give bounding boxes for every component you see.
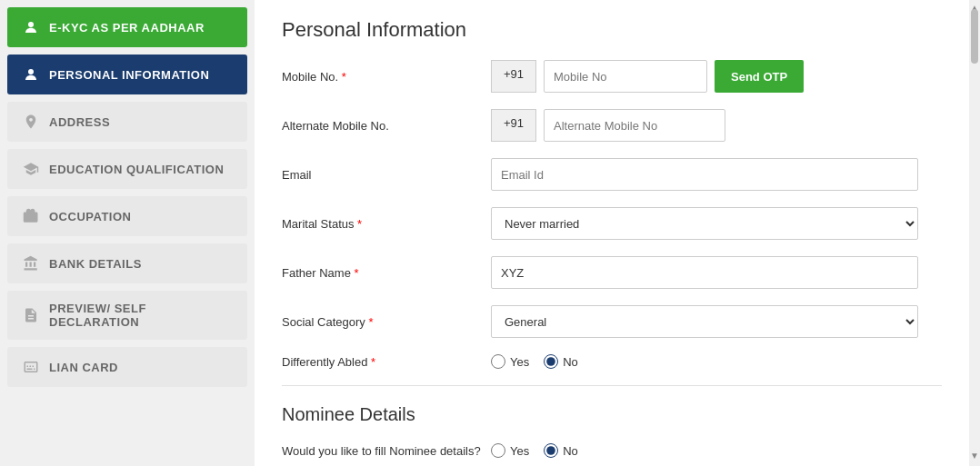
nominee-no-radio[interactable]: [544, 443, 558, 458]
sidebar-item-address[interactable]: Address: [7, 102, 247, 142]
mobile-prefix: +91: [491, 60, 536, 93]
preview-icon: [22, 306, 40, 324]
personal-icon: [22, 65, 40, 84]
occupation-icon: [22, 207, 40, 225]
page-title: Personal Information: [282, 18, 942, 42]
scroll-thumb[interactable]: [971, 9, 978, 64]
father-label: Father Name *: [282, 266, 482, 280]
sidebar-item-occupation-label: Occupation: [49, 210, 131, 223]
mobile-row: Mobile No. * +91 Send OTP: [282, 60, 942, 93]
lian-icon: [22, 358, 40, 376]
address-icon: [22, 113, 40, 131]
nominee-yes-radio[interactable]: [491, 443, 505, 458]
section-divider: [282, 385, 942, 386]
alternate-input[interactable]: [544, 109, 725, 142]
sidebar-item-address-label: Address: [49, 115, 110, 129]
svg-point-0: [28, 22, 34, 27]
sidebar-item-education[interactable]: Education Qualification: [7, 149, 247, 189]
education-icon: [22, 160, 40, 178]
sidebar-item-preview[interactable]: Preview/ Self Declaration: [7, 291, 247, 340]
mobile-controls: +91 Send OTP: [491, 60, 942, 93]
sidebar-item-education-label: Education Qualification: [49, 163, 224, 176]
alternate-prefix: +91: [491, 109, 536, 142]
social-label: Social Category *: [282, 315, 482, 329]
email-controls: [491, 158, 942, 191]
nominee-controls: Yes No: [491, 443, 942, 458]
svg-point-1: [28, 69, 34, 74]
nominee-question-label: Would you like to fill Nominee details?: [282, 444, 482, 458]
scrollbar[interactable]: ▲ ▼: [969, 0, 980, 466]
sidebar-item-ekyc[interactable]: E-KYC As Per Aadhaar: [7, 7, 247, 47]
social-controls: General OBC SC ST: [491, 305, 942, 338]
social-row: Social Category * General OBC SC ST: [282, 305, 942, 338]
sidebar-item-lian-label: LIAN Card: [49, 361, 118, 374]
sidebar-item-ekyc-label: E-KYC As Per Aadhaar: [49, 21, 205, 35]
mobile-label: Mobile No. *: [282, 70, 482, 84]
father-row: Father Name *: [282, 256, 942, 289]
bank-icon: [22, 254, 40, 273]
email-row: Email: [282, 158, 942, 191]
sidebar-item-personal-label: Personal Information: [49, 68, 209, 82]
sidebar-item-preview-label: Preview/ Self Declaration: [49, 302, 233, 329]
sidebar-item-lian[interactable]: LIAN Card: [7, 347, 247, 387]
marital-select[interactable]: Never married Married Divorced Widowed: [491, 207, 918, 240]
main-content: Personal Information Mobile No. * +91 Se…: [255, 0, 969, 466]
scroll-down-arrow[interactable]: ▼: [970, 448, 979, 463]
nominee-section-title: Nominee Details: [282, 404, 942, 425]
sidebar-item-bank[interactable]: Bank Details: [7, 243, 247, 283]
alternate-controls: +91: [491, 109, 942, 142]
differently-abled-label: Differently Abled *: [282, 355, 482, 369]
send-otp-button[interactable]: Send OTP: [715, 60, 804, 93]
nominee-no-label[interactable]: No: [544, 443, 578, 458]
sidebar-item-bank-label: Bank Details: [49, 257, 142, 271]
nominee-question-row: Would you like to fill Nominee details? …: [282, 443, 942, 458]
father-controls: [491, 256, 942, 289]
differently-abled-no-label[interactable]: No: [544, 354, 578, 369]
differently-abled-yes-radio[interactable]: [491, 354, 505, 369]
email-label: Email: [282, 168, 482, 182]
differently-abled-row: Differently Abled * Yes No: [282, 354, 942, 369]
sidebar-item-personal[interactable]: Personal Information: [7, 55, 247, 94]
sidebar-item-occupation[interactable]: Occupation: [7, 196, 247, 236]
alternate-mobile-row: Alternate Mobile No. +91: [282, 109, 942, 142]
alternate-label: Alternate Mobile No.: [282, 119, 482, 133]
father-input[interactable]: [491, 256, 918, 289]
marital-controls: Never married Married Divorced Widowed: [491, 207, 942, 240]
ekyc-icon: [22, 18, 40, 36]
sidebar: E-KYC As Per Aadhaar Personal Informatio…: [0, 0, 255, 466]
differently-abled-no-radio[interactable]: [544, 354, 558, 369]
marital-row: Marital Status * Never married Married D…: [282, 207, 942, 240]
marital-label: Marital Status *: [282, 217, 482, 231]
email-input[interactable]: [491, 158, 918, 191]
nominee-yes-label[interactable]: Yes: [491, 443, 529, 458]
social-select[interactable]: General OBC SC ST: [491, 305, 918, 338]
mobile-input[interactable]: [544, 60, 707, 93]
differently-abled-controls: Yes No: [491, 354, 942, 369]
differently-abled-yes-label[interactable]: Yes: [491, 354, 529, 369]
